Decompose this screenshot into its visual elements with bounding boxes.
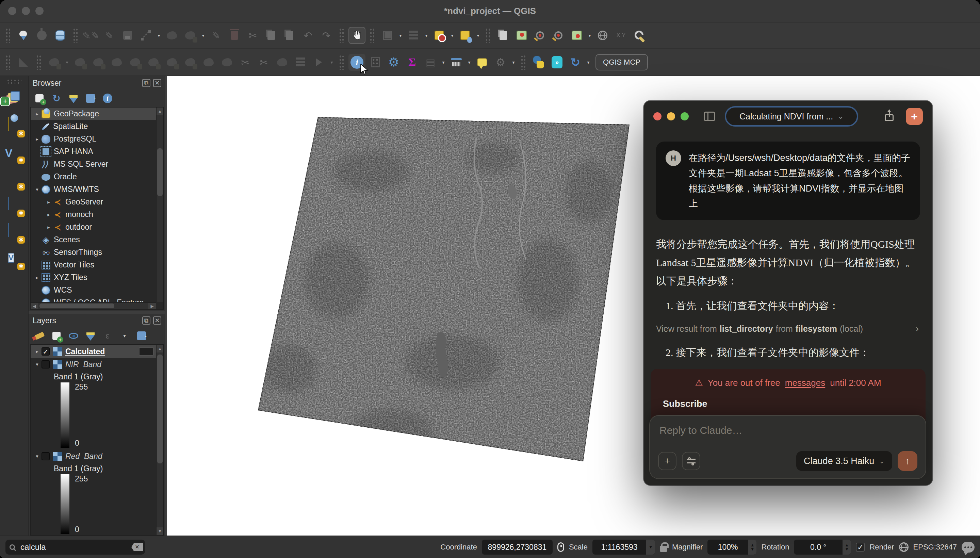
conversation-title-dropdown[interactable]: Calculating NDVI from ... ⌄ <box>725 106 858 126</box>
layers-vertical-scrollbar[interactable]: ▲ ▼ <box>156 345 163 535</box>
new-virtual-layer-button[interactable]: V <box>5 250 23 268</box>
browser-horizontal-scrollbar[interactable]: ◀ ▶ <box>31 302 156 309</box>
toolbar-drag-handle[interactable] <box>5 28 11 43</box>
options-button[interactable] <box>631 27 648 44</box>
toolbar-drag-handle[interactable] <box>73 28 78 43</box>
expander-icon[interactable]: ▸ <box>33 136 41 142</box>
map-tips-button[interactable] <box>474 54 491 71</box>
rotation-input[interactable] <box>794 542 842 553</box>
share-button[interactable] <box>883 110 896 123</box>
statistics-panel-button[interactable]: Σ <box>404 54 420 71</box>
expander-icon[interactable]: ▾ <box>33 187 41 192</box>
close-panel-icon[interactable]: ✕ <box>153 317 161 325</box>
messages-link[interactable]: messages <box>785 377 826 388</box>
measure-dropdown[interactable]: ▾ <box>466 54 472 71</box>
vertex-tool-button[interactable] <box>182 27 199 44</box>
refresh-browser-button[interactable]: ↻ <box>51 93 62 104</box>
copy-features-button[interactable] <box>263 27 280 44</box>
browser-item-geoserver[interactable]: ▸≺GeoServer <box>31 195 163 208</box>
new-mesh-layer-button[interactable] <box>5 197 23 215</box>
new-vector-layer-button[interactable]: V <box>5 144 23 162</box>
expander-icon[interactable]: ▸ <box>33 274 41 281</box>
processing-toolbox-button[interactable]: ⚙ <box>385 54 402 71</box>
close-panel-icon[interactable]: ✕ <box>153 79 161 87</box>
scale-field[interactable]: ▼ <box>593 540 655 555</box>
metasearch-button[interactable] <box>594 27 611 44</box>
layer-checkbox-unchecked[interactable] <box>41 360 50 368</box>
layer-checkbox-unchecked[interactable] <box>41 452 50 460</box>
undo-button[interactable]: ↶ <box>299 27 317 44</box>
select-by-form-button[interactable] <box>405 27 422 44</box>
new-geopackage-layer-button[interactable] <box>5 118 23 135</box>
action-dropdown[interactable]: ▾ <box>511 54 517 71</box>
clear-search-icon[interactable]: ✕ <box>131 543 143 551</box>
tools-button[interactable] <box>682 452 700 470</box>
paste-features-button[interactable] <box>281 27 298 44</box>
browser-item-scenes[interactable]: ◈Scenes <box>31 233 163 246</box>
toolbar-drag-handle[interactable] <box>339 55 345 70</box>
new-raster-layer-button[interactable] <box>5 224 23 241</box>
rotation-field[interactable]: ▲▼ <box>794 540 851 555</box>
move-copy-dropdown[interactable]: ▾ <box>64 54 70 71</box>
cut-features-button[interactable]: ✂ <box>244 27 261 44</box>
crs-value[interactable]: EPSG:32647 <box>913 543 957 551</box>
mouse-extents-icon[interactable] <box>557 542 564 552</box>
simplify-feature-button[interactable] <box>90 54 107 71</box>
expander-icon[interactable]: ▸ <box>44 212 53 218</box>
scale-dropdown-icon[interactable]: ▼ <box>646 540 655 555</box>
add-selected-layers-button[interactable] <box>34 93 45 104</box>
scroll-up-icon[interactable]: ▲ <box>156 345 163 353</box>
statistical-summary-button[interactable] <box>367 54 384 71</box>
close-window-button[interactable] <box>653 112 662 120</box>
layer-checkbox-checked[interactable]: ✓ <box>41 347 50 356</box>
select-features-button[interactable] <box>379 27 396 44</box>
zoom-to-selection-button[interactable] <box>532 27 548 44</box>
cad-tools-button[interactable] <box>15 54 32 71</box>
add-part-button[interactable] <box>126 54 144 71</box>
coordinate-field[interactable] <box>482 540 553 555</box>
browser-vertical-scrollbar[interactable]: ▲ <box>156 108 163 302</box>
delete-part-button[interactable] <box>182 54 199 71</box>
move-feature-copy-button[interactable] <box>46 54 62 71</box>
identify-features-button[interactable]: i <box>348 54 366 71</box>
trim-extend-button[interactable] <box>310 54 327 71</box>
layer-row-nir-band[interactable]: ▾ NIR_Band <box>31 358 163 371</box>
rotate-feature-button[interactable] <box>71 54 89 71</box>
browser-item-sensorthings[interactable]: ((●))SensorThings <box>31 246 163 259</box>
scroll-up-icon[interactable]: ▲ <box>156 108 163 115</box>
expand-collapse-all-button[interactable] <box>136 330 147 341</box>
toolbar-drag-handle[interactable] <box>339 28 345 43</box>
search-input[interactable] <box>19 542 127 553</box>
geocoder-button[interactable]: ↻ <box>567 54 584 71</box>
browser-item-wms[interactable]: ▾WMS/WMTS <box>31 183 163 195</box>
toolbar-drag-handle[interactable] <box>485 28 491 43</box>
multiedit-button[interactable]: ✎ <box>208 27 225 44</box>
plugin-console-button[interactable]: » <box>548 54 566 71</box>
filter-legend-button[interactable] <box>85 330 96 341</box>
reply-composer[interactable]: Reply to Claude… + Claude 3.5 Haiku ⌄ ↑ <box>649 415 926 479</box>
geocoder-dropdown[interactable]: ▾ <box>585 54 591 71</box>
expander-icon[interactable]: ▸ <box>44 224 53 230</box>
new-bookmark-button[interactable] <box>495 27 512 44</box>
attribute-table-dropdown[interactable]: ▾ <box>440 54 446 71</box>
coordinate-input[interactable] <box>482 542 553 553</box>
scroll-right-icon[interactable]: ▶ <box>148 303 156 310</box>
toolbar-drag-handle[interactable] <box>36 55 41 70</box>
redo-button[interactable]: ↷ <box>318 27 335 44</box>
open-data-source-manager-button[interactable] <box>5 91 23 109</box>
magnifier-field[interactable]: ▲▼ <box>708 540 757 555</box>
digitize-dropdown[interactable]: ▾ <box>156 27 162 44</box>
pan-map-button[interactable] <box>348 27 366 44</box>
zoom-window-button[interactable] <box>681 112 689 120</box>
tool-result-row[interactable]: View result from list_directory from fil… <box>656 323 920 334</box>
deselect-all-button[interactable] <box>431 27 448 44</box>
properties-widget-button[interactable]: i <box>102 93 113 104</box>
model-selector[interactable]: Claude 3.5 Haiku ⌄ <box>796 451 892 471</box>
delete-ring-button[interactable] <box>163 54 181 71</box>
reshape-features-button[interactable] <box>200 54 217 71</box>
expander-icon[interactable]: ▸ <box>33 348 41 354</box>
expression-filter-dropdown[interactable]: ▾ <box>119 330 130 341</box>
new-chat-button[interactable]: + <box>906 108 923 125</box>
manage-visibility-button[interactable] <box>68 330 79 341</box>
select-dropdown[interactable]: ▾ <box>397 27 404 44</box>
